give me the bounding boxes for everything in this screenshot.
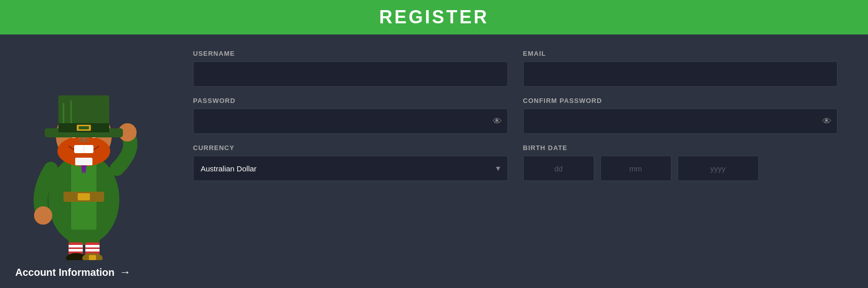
email-group: EMAIL (523, 50, 838, 87)
birth-date-inputs (523, 156, 838, 181)
currency-label: CURRENCY (193, 144, 508, 152)
username-input[interactable] (193, 61, 508, 87)
currency-select-wrapper: Australian Dollar US Dollar Euro British… (193, 156, 508, 181)
password-input-wrapper: 👁 (193, 109, 508, 134)
confirm-password-input-wrapper: 👁 (523, 109, 838, 134)
confirm-password-toggle-icon[interactable]: 👁 (822, 116, 831, 127)
password-input[interactable] (193, 109, 508, 134)
registration-form: USERNAME EMAIL PASSWORD 👁 CONFIRM PASSWO… (173, 34, 868, 288)
account-info-label: Account Information (15, 267, 115, 278)
svg-rect-7 (69, 245, 83, 247)
password-group: PASSWORD 👁 (193, 97, 508, 134)
birth-date-group: BIRTH DATE (523, 144, 838, 181)
form-row-3: CURRENCY Australian Dollar US Dollar Eur… (193, 144, 838, 181)
svg-rect-3 (78, 193, 90, 200)
svg-rect-11 (85, 249, 100, 251)
mascot-image (5, 57, 163, 260)
page-title: REGISTER (379, 7, 489, 28)
mascot-section: Account Information → (0, 34, 173, 288)
birth-date-yyyy-input[interactable] (678, 156, 759, 181)
page-header: REGISTER (0, 0, 868, 34)
email-label: EMAIL (523, 50, 838, 57)
svg-rect-10 (85, 245, 100, 247)
birth-date-mm-input[interactable] (600, 156, 671, 181)
birth-date-label: BIRTH DATE (523, 144, 838, 152)
email-input[interactable] (523, 61, 838, 87)
form-row-1: USERNAME EMAIL (193, 50, 838, 87)
svg-rect-14 (89, 255, 96, 260)
confirm-password-label: CONFIRM PASSWORD (523, 97, 838, 104)
svg-rect-35 (79, 126, 89, 129)
birth-date-dd-input[interactable] (523, 156, 594, 181)
username-group: USERNAME (193, 50, 508, 87)
account-info-section[interactable]: Account Information → (15, 266, 131, 279)
main-content: Account Information → USERNAME EMAIL PAS… (0, 34, 868, 288)
svg-rect-39 (75, 158, 92, 165)
currency-group: CURRENCY Australian Dollar US Dollar Eur… (193, 144, 508, 181)
username-label: USERNAME (193, 50, 508, 57)
account-info-arrow: → (120, 266, 131, 279)
svg-point-16 (34, 206, 52, 225)
form-row-2: PASSWORD 👁 CONFIRM PASSWORD 👁 (193, 97, 838, 134)
currency-select[interactable]: Australian Dollar US Dollar Euro British… (193, 156, 508, 181)
svg-rect-8 (69, 249, 83, 251)
confirm-password-group: CONFIRM PASSWORD 👁 (523, 97, 838, 134)
password-toggle-icon[interactable]: 👁 (493, 116, 502, 127)
confirm-password-input[interactable] (523, 109, 838, 134)
password-label: PASSWORD (193, 97, 508, 104)
